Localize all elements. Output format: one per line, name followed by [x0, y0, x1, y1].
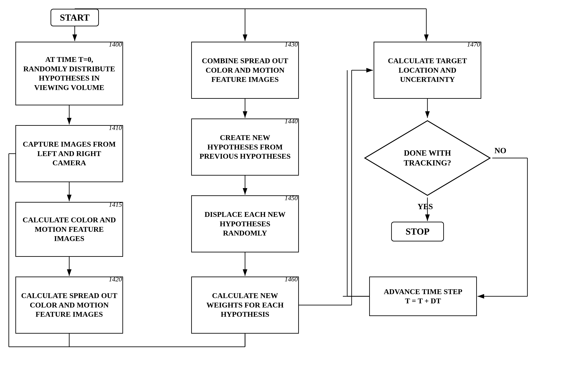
yes-label: YES: [417, 202, 433, 211]
tag-1430: 1430: [284, 41, 298, 48]
stop-box: STOP: [391, 222, 444, 241]
tag-1420: 1420: [109, 275, 122, 283]
start-box: START: [51, 9, 99, 26]
tag-1470: 1470: [467, 41, 480, 48]
diamond-text: DONE WITH TRACKING?: [404, 148, 451, 168]
box-1450: DISPLACE EACH NEW HYPOTHESES RANDOMLY: [191, 195, 299, 252]
tag-1400: 1400: [109, 41, 122, 48]
box-1440: CREATE NEW HYPOTHESES FROM PREVIOUS HYPO…: [191, 119, 299, 176]
box-1415: CALCULATE COLOR AND MOTION FEATURE IMAGE…: [15, 202, 123, 257]
no-label: NO: [494, 146, 506, 155]
box-1430: COMBINE SPREAD OUT COLOR AND MOTION FEAT…: [191, 42, 299, 99]
box-1400: AT TIME T=0, RANDOMLY DISTRIBUTE HYPOTHE…: [15, 42, 123, 105]
tag-1450: 1450: [284, 194, 298, 202]
box-1460: CALCULATE NEW WEIGHTS FOR EACH HYPOTHESI…: [191, 277, 299, 334]
flowchart: START AT TIME T=0, RANDOMLY DISTRIBUTE H…: [0, 0, 565, 392]
tag-1410: 1410: [109, 124, 122, 131]
box-1470: CALCULATE TARGET LOCATION AND UNCERTAINT…: [373, 42, 481, 99]
diamond-done: DONE WITH TRACKING?: [363, 119, 492, 197]
box-1420: CALCULATE SPREAD OUT COLOR AND MOTION FE…: [15, 277, 123, 334]
tag-1440: 1440: [284, 117, 298, 125]
tag-1460: 1460: [284, 275, 298, 283]
box-1410: CAPTURE IMAGES FROM LEFT AND RIGHT CAMER…: [15, 125, 123, 182]
tag-1415: 1415: [109, 201, 122, 208]
advance-box: ADVANCE TIME STEP T = T + DT: [369, 277, 477, 316]
